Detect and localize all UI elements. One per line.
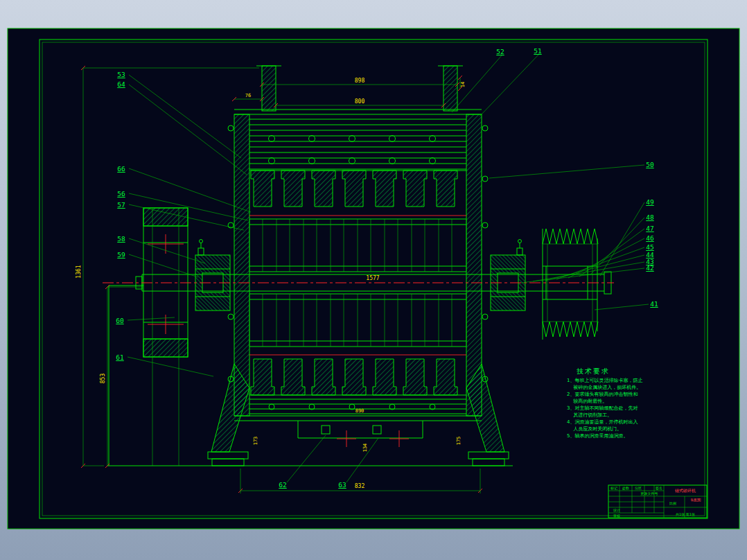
tb-header-sign: 签名: [656, 486, 662, 491]
dim-top-outer: 898: [355, 78, 365, 84]
dim-chute-side: 14: [460, 82, 466, 87]
callout-60: 60: [116, 317, 124, 324]
tech-line-6: 其进行切削加工。: [567, 412, 612, 418]
callout-41: 41: [650, 300, 658, 308]
callout-62: 62: [279, 481, 286, 489]
callout-57: 57: [117, 201, 125, 209]
callout-64: 64: [117, 80, 125, 88]
dim-right-leg: 175: [456, 437, 462, 446]
tb-header-qty: 处数: [622, 486, 629, 491]
callout-50: 50: [646, 161, 654, 168]
callout-49: 49: [646, 198, 654, 206]
dim-pedestal-height: 853: [100, 374, 106, 384]
tb-row-design: 设计: [613, 508, 620, 512]
tb-header-zone: 分区: [635, 486, 642, 490]
tech-requirements-title: 技术要求: [577, 367, 610, 375]
callout-46: 46: [646, 234, 654, 242]
callout-63: 63: [338, 481, 346, 489]
callout-52: 52: [496, 48, 504, 55]
callout-66: 66: [117, 165, 125, 173]
callout-51: 51: [534, 47, 542, 55]
dim-top-inner: 800: [355, 98, 365, 105]
callout-48: 48: [646, 213, 654, 221]
tech-line-3: 2、要求锤头有较高的冲击韧性和: [567, 392, 638, 397]
tech-line-7: 4、润滑油要适量，开停机时出入: [567, 419, 638, 425]
dim-shaft-length: 1577: [366, 275, 379, 281]
dim-discharge-depth: 134: [362, 444, 368, 453]
tb-header-docno: 更改文件号: [641, 491, 658, 496]
callout-59: 59: [117, 251, 125, 259]
tb-row-check: 审核: [613, 514, 620, 518]
tech-line-4: 较高的耐磨性。: [567, 399, 607, 404]
dim-grate-width: 890: [355, 408, 364, 414]
tb-header-mark: 标记: [610, 486, 617, 491]
callout-58: 58: [117, 235, 125, 243]
callout-45: 45: [646, 243, 653, 251]
callout-61: 61: [116, 353, 124, 361]
dim-wall-offset: 76: [245, 93, 251, 98]
callout-47: 47: [646, 225, 653, 232]
cad-viewer-background: 898 800 76 14 1577 1361 853 832 890 173 …: [0, 0, 747, 560]
cad-canvas[interactable]: 898 800 76 14 1577 1361 853 832 890 173 …: [0, 0, 747, 560]
dim-left-leg: 173: [253, 437, 258, 446]
dim-overall-height: 1361: [76, 265, 82, 278]
dim-base-span: 832: [355, 483, 365, 489]
tech-line-2: 被碎的金属块进入，损坏机件。: [567, 385, 641, 390]
callout-42: 42: [646, 264, 653, 272]
tech-line-8: 人员应及时关闭机门。: [567, 426, 622, 432]
tech-line-5: 3、对主轴不同轴颈配合处，先对: [567, 405, 638, 411]
tb-subtitle: 装配图: [691, 498, 701, 502]
tb-part-name: 锤式破碎机: [675, 488, 696, 493]
tech-line-9: 5、轴承的润滑采用油润滑。: [567, 433, 628, 439]
callout-56: 56: [117, 190, 125, 198]
callout-53: 53: [117, 71, 125, 78]
tb-sheet: 共1张 第1张: [676, 512, 695, 517]
tb-scale-label: 比例: [669, 501, 676, 506]
tech-line-1: 1、每班上可以灵活排除卡塞，防止: [567, 378, 642, 383]
